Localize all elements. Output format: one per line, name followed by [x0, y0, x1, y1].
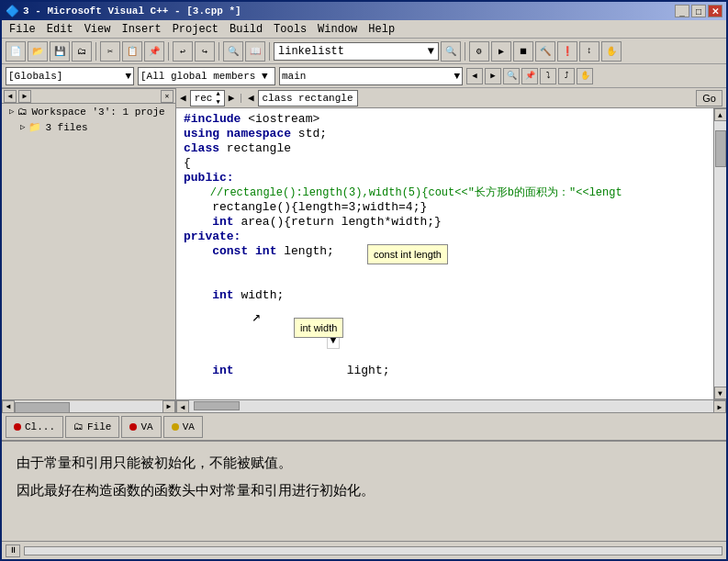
undo-btn[interactable]: ↩: [173, 41, 193, 62]
extra5-btn[interactable]: ❗: [557, 41, 577, 62]
new-btn[interactable]: 📄: [6, 41, 26, 62]
extra6-btn[interactable]: ↕: [579, 41, 599, 62]
cut-btn[interactable]: ✂: [100, 41, 120, 62]
globals-arrow: ▼: [125, 71, 131, 82]
files-expand: ▷: [20, 122, 25, 132]
save-btn[interactable]: 💾: [50, 41, 70, 62]
status-tab-va1[interactable]: VA: [121, 416, 161, 438]
menu-tools[interactable]: Tools: [268, 21, 312, 38]
maximize-button[interactable]: □: [691, 5, 706, 17]
output-panel: 由于常量和引用只能被初始化，不能被赋值。 因此最好在构造函数的函数头中对常量和引…: [2, 440, 726, 541]
paste-btn[interactable]: 📌: [144, 41, 164, 62]
nav-extra2[interactable]: 📌: [521, 68, 538, 84]
nav-arrow-right[interactable]: ▶: [229, 92, 235, 104]
nav-next[interactable]: ▶: [485, 68, 501, 84]
hscroll-right2[interactable]: ▶: [713, 400, 726, 412]
dot-red-2: [129, 423, 137, 431]
nav-prev[interactable]: ◀: [466, 68, 483, 84]
class-combo[interactable]: class rectangle: [258, 90, 358, 107]
tab-cl-label: Cl...: [25, 421, 55, 432]
extra3-btn[interactable]: ⏹: [513, 41, 533, 62]
minimize-button[interactable]: _: [675, 5, 689, 17]
status-tab-va2[interactable]: VA: [163, 416, 203, 438]
hscroll-track2[interactable]: [189, 400, 713, 412]
function-combo[interactable]: main ▼: [279, 67, 463, 85]
ws-btn2[interactable]: ▶: [18, 90, 31, 103]
sidebar-hscroll[interactable]: ◀ ▶: [2, 399, 175, 412]
workspace-label: Workspace '3': 1 proje: [31, 107, 164, 118]
nav-extra3[interactable]: ⤵: [540, 68, 556, 84]
sep5: [465, 42, 465, 61]
find2-btn[interactable]: 📖: [245, 41, 265, 62]
members-label: [All global members ▼: [140, 71, 268, 82]
workspace-item[interactable]: ▷ 🗂 Workspace '3': 1 proje: [2, 104, 175, 119]
menu-insert[interactable]: Insert: [116, 21, 166, 38]
scroll-up-btn[interactable]: ▲: [714, 108, 727, 121]
status-tab-cl[interactable]: Cl...: [6, 416, 63, 438]
find-btn[interactable]: 🔍: [223, 41, 243, 62]
v-scrollbar[interactable]: ▲ ▼: [713, 108, 726, 399]
status-tabs-bar: Cl... 🗂 File VA VA: [2, 412, 726, 440]
members-combo[interactable]: [All global members ▼: [138, 67, 275, 85]
nav-extra[interactable]: 🔍: [503, 68, 520, 84]
sep3: [218, 42, 219, 61]
h-scrollbar[interactable]: ◀ ▶: [176, 399, 726, 412]
extra2-btn[interactable]: ▶: [491, 41, 511, 62]
copy-btn[interactable]: 📋: [122, 41, 142, 62]
ws-close[interactable]: ✕: [161, 90, 174, 103]
content-area: ◀ ▶ ✕ ▷ 🗂 Workspace '3': 1 proje ▷ 📁 3 f…: [2, 88, 726, 412]
search-btn[interactable]: 🔍: [441, 41, 461, 62]
scroll-thumb[interactable]: [715, 130, 726, 167]
globals-label: [Globals]: [8, 71, 62, 82]
bottom-bar: ⏸: [2, 541, 726, 559]
nav-arrow-left2[interactable]: ◀: [248, 92, 254, 104]
menu-file[interactable]: File: [4, 21, 41, 38]
code-line-5: public:: [184, 171, 706, 185]
menu-project[interactable]: Project: [167, 21, 224, 38]
code-scroll-area: #include <iostream> using namespace std;…: [176, 108, 726, 399]
sep1: [95, 42, 96, 61]
redo-btn[interactable]: ↪: [195, 41, 215, 62]
nav-extra5[interactable]: ✋: [577, 68, 593, 84]
status-tab-file[interactable]: 🗂 File: [65, 416, 119, 438]
scroll-track[interactable]: [714, 121, 727, 387]
extra4-btn[interactable]: 🔨: [535, 41, 555, 62]
menu-window[interactable]: Window: [312, 21, 363, 38]
save2-btn[interactable]: 🗂: [72, 41, 92, 62]
code-editor[interactable]: #include <iostream> using namespace std;…: [176, 108, 713, 399]
nav-extra4[interactable]: ⤴: [558, 68, 575, 84]
linklistt-combo[interactable]: linkelistt ▼: [274, 42, 439, 61]
files-item[interactable]: ▷ 📁 3 files: [2, 119, 175, 135]
rec-combo[interactable]: rec ▲ ▼: [190, 90, 225, 107]
code-line-12: int ▼ ↗ light; int width: [184, 318, 706, 399]
menu-view[interactable]: View: [79, 21, 117, 38]
code-line-2: using namespace std;: [184, 127, 706, 141]
menu-help[interactable]: Help: [363, 21, 400, 38]
close-button[interactable]: ✕: [708, 5, 722, 17]
function-label: main: [282, 71, 306, 82]
ws-btn1[interactable]: ◀: [4, 90, 17, 103]
go-button[interactable]: Go: [696, 90, 722, 107]
hscroll-left2[interactable]: ◀: [176, 400, 189, 412]
hscroll-left[interactable]: ◀: [2, 400, 15, 413]
main-window: 🔷 3 - Microsoft Visual C++ - [3.cpp *] _…: [0, 0, 728, 561]
hscroll-track: [15, 401, 162, 412]
nav-arrow-left[interactable]: ◀: [180, 92, 186, 104]
rec-arrows: ▲ ▼: [216, 90, 219, 107]
open-btn[interactable]: 📂: [28, 41, 48, 62]
menu-edit[interactable]: Edit: [41, 21, 79, 38]
scroll-down-btn[interactable]: ▼: [714, 387, 727, 399]
tab-file-icon: 🗂: [73, 421, 84, 432]
code-panel: ◀ rec ▲ ▼ ▶ | ◀ class rectangle Go: [176, 88, 726, 412]
hscroll-right[interactable]: ▶: [162, 400, 175, 413]
extra7-btn[interactable]: ✋: [601, 41, 622, 62]
globals-combo[interactable]: [Globals] ▼: [6, 67, 134, 85]
code-line-3: class rectangle: [184, 141, 706, 156]
menu-build[interactable]: Build: [224, 21, 268, 38]
extra1-btn[interactable]: ⚙: [469, 41, 489, 62]
nav-buttons: ◀ ▶ 🔍 📌 ⤵ ⤴ ✋: [466, 68, 593, 84]
code-line-11: int width;: [184, 288, 706, 318]
tab-va1-label: VA: [140, 421, 152, 432]
pause-btn[interactable]: ⏸: [6, 544, 20, 557]
toolbar-main: 📄 📂 💾 🗂 ✂ 📋 📌 ↩ ↪ 🔍 📖 linkelistt ▼ 🔍 ⚙ ▶…: [2, 39, 726, 64]
